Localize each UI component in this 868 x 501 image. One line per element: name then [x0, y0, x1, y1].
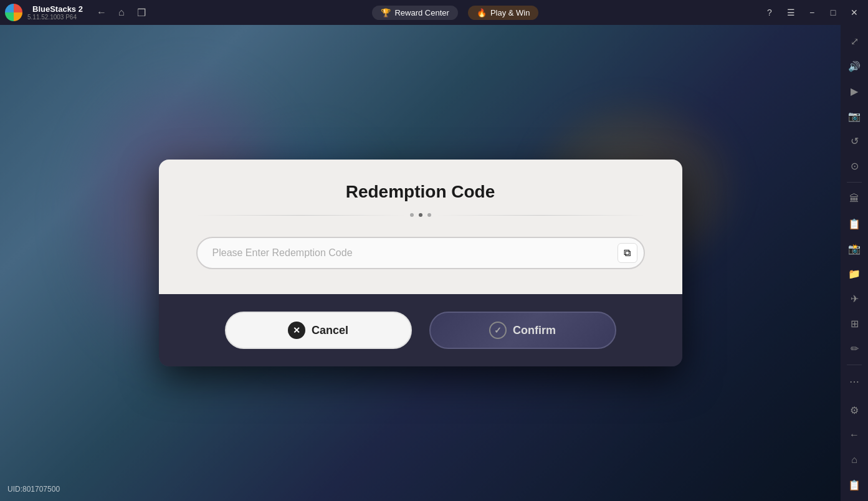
dialog-divider — [196, 213, 645, 217]
more-button[interactable]: ⋯ — [843, 370, 866, 393]
modal-overlay: Redemption Code ⧉ ✕ Cancel ✓ — [0, 25, 841, 501]
close-button[interactable]: ✕ — [846, 4, 863, 21]
sidebar-divider-2 — [847, 365, 862, 365]
play-win-button[interactable]: 🔥 Play & Win — [468, 6, 539, 20]
app-name: BlueStacks 2 — [32, 4, 83, 14]
grid-button[interactable]: ⊞ — [843, 312, 866, 335]
input-wrapper: ⧉ — [196, 237, 645, 269]
dialog-top: Redemption Code ⧉ — [159, 160, 682, 294]
divider-line-right — [436, 215, 645, 216]
paste-button[interactable]: ⧉ — [618, 243, 637, 263]
clipboard-bottom-button[interactable]: 📋 — [843, 474, 866, 496]
right-sidebar: ⤢ 🔊 ▶ 📷 ↺ ⊙ 🏛 📋 📸 📁 ✈ ⊞ ✏ ⋯ ⚙ ← ⌂ 📋 — [841, 25, 868, 501]
reward-label: Reward Center — [394, 8, 449, 17]
airplane-button[interactable]: ✈ — [843, 287, 866, 310]
help-button[interactable]: ? — [761, 4, 778, 21]
play-icon: 🔥 — [477, 8, 487, 17]
dialog-bottom: ✕ Cancel ✓ Confirm — [159, 294, 682, 366]
divider-dot-2 — [419, 213, 422, 217]
multi-nav-button[interactable]: ❒ — [133, 4, 150, 21]
nav-buttons: ← ⌂ ❒ — [93, 4, 150, 21]
sidebar-divider-1 — [847, 182, 862, 183]
cancel-label: Cancel — [312, 324, 348, 337]
screenshot-button[interactable]: 📸 — [843, 237, 866, 260]
back-bottom-button[interactable]: ← — [843, 424, 866, 446]
confirm-label: Confirm — [513, 324, 556, 337]
divider-dot-3 — [427, 213, 431, 217]
cancel-icon: ✕ — [288, 322, 305, 339]
dialog-title: Redemption Code — [196, 182, 645, 202]
redemption-code-input[interactable] — [196, 237, 645, 269]
play-label: Play & Win — [490, 8, 530, 17]
topbar: BlueStacks 2 5.11.52.1003 P64 ← ⌂ ❒ 🏆 Re… — [0, 0, 868, 25]
folder-button[interactable]: 📁 — [843, 262, 866, 285]
video-button[interactable]: ▶ — [843, 80, 866, 102]
apps-button[interactable]: 🏛 — [843, 188, 866, 210]
sidebar-bottom: ⚙ ← ⌂ 📋 — [843, 399, 866, 496]
rotate-button[interactable]: ↺ — [843, 130, 866, 152]
topbar-center: 🏆 Reward Center 🔥 Play & Win — [150, 6, 761, 20]
redemption-dialog: Redemption Code ⧉ ✕ Cancel ✓ — [159, 160, 682, 366]
divider-dot-1 — [410, 213, 414, 217]
cancel-button[interactable]: ✕ Cancel — [225, 312, 412, 349]
settings-button[interactable]: ⚙ — [843, 399, 866, 421]
back-nav-button[interactable]: ← — [93, 4, 110, 21]
camera-button[interactable]: 📷 — [843, 105, 866, 127]
paste-icon: ⧉ — [624, 247, 631, 259]
home-nav-button[interactable]: ⌂ — [113, 4, 130, 21]
macro-button[interactable]: 📋 — [843, 212, 866, 235]
divider-line-left — [196, 215, 405, 216]
reward-center-button[interactable]: 🏆 Reward Center — [372, 6, 457, 20]
confirm-icon: ✓ — [489, 322, 507, 339]
minimize-button[interactable]: − — [803, 4, 821, 21]
reward-icon: 🏆 — [381, 8, 391, 17]
volume-button[interactable]: 🔊 — [843, 55, 866, 77]
menu-button[interactable]: ☰ — [782, 4, 799, 21]
restore-button[interactable]: □ — [824, 4, 842, 21]
window-controls: ? ☰ − □ ✕ — [761, 4, 863, 21]
record-button[interactable]: ⊙ — [843, 155, 866, 177]
home-bottom-button[interactable]: ⌂ — [843, 449, 866, 471]
app-logo — [5, 4, 22, 21]
marker-button[interactable]: ✏ — [843, 337, 866, 360]
app-version: 5.11.52.1003 P64 — [27, 14, 83, 21]
fullscreen-button[interactable]: ⤢ — [843, 30, 866, 52]
confirm-button[interactable]: ✓ Confirm — [429, 312, 616, 349]
